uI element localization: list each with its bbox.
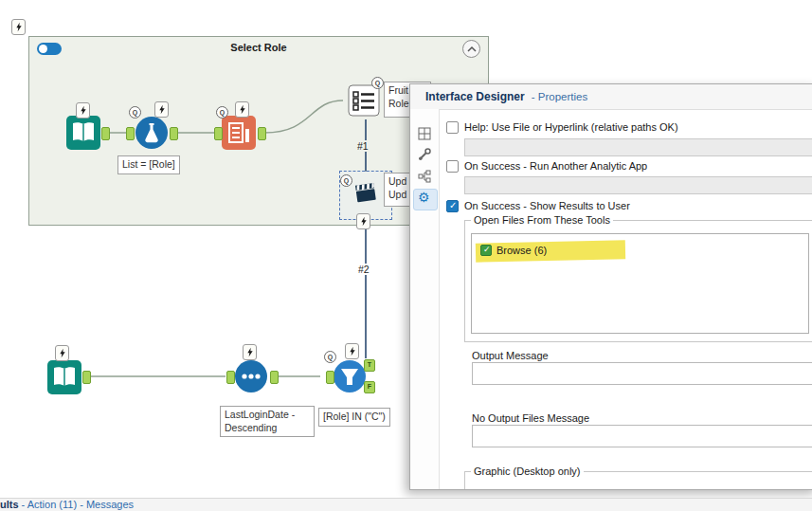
annotation-line: LastLoginDate - [225,409,310,422]
open-files-list[interactable]: Browse (6) [471,233,809,334]
action-messages-tabs[interactable]: - Action (11) - Messages [19,499,134,510]
book-icon [66,116,100,150]
input-anchor[interactable] [126,127,135,140]
open-files-group: Open Files From These Tools Browse (6) [464,214,812,342]
graphic-group: Graphic (Desktop only) [464,465,812,490]
question-anchor-icon[interactable] [243,344,257,360]
no-output-files-label: No Output Files Message [472,412,589,424]
results-tab-bar[interactable]: ults - Action (11) - Messages [0,498,812,511]
interface-designer-panel: Interface Designer - Properties ⚙ Help: … [409,83,812,490]
show-results-checkbox[interactable] [446,200,459,212]
flask-icon [135,116,169,150]
clapperboard-icon [351,178,381,209]
input-anchor[interactable] [326,371,334,384]
graphic-group-title: Graphic (Desktop only) [471,465,584,477]
input-data-tool[interactable] [47,360,81,396]
question-badge-icon: Q [340,174,352,187]
question-anchor-icon[interactable] [345,343,359,359]
browse-item-checkbox[interactable] [480,245,492,256]
true-output-anchor[interactable]: T [364,359,375,372]
container-collapse-button[interactable] [462,40,480,58]
run-analytic-app-checkbox[interactable] [446,160,459,173]
input-anchor[interactable] [214,127,223,140]
funnel-icon [333,359,367,393]
question-badge-icon: Q [371,77,384,89]
report-icon [222,116,256,150]
connection-label-2: #2 [356,264,371,275]
question-badge-icon: Q [324,351,336,363]
question-anchor-icon[interactable] [55,345,69,361]
browse-list-item[interactable]: Browse (6) [478,243,622,259]
panel-titlebar[interactable]: Interface Designer - Properties [410,84,812,110]
false-output-anchor[interactable]: F [364,381,375,393]
question-anchor-icon[interactable] [356,213,370,229]
tool-annotation[interactable]: List = [Role] [117,155,180,174]
output-anchor[interactable] [101,127,110,140]
output-anchor[interactable] [82,371,91,384]
container-title: Select Role [29,42,488,53]
tool-annotation[interactable]: LastLoginDate - Descending [220,406,315,437]
properties-gear-icon[interactable]: ⚙ [418,191,432,205]
question-badge-icon: Q [216,106,228,119]
toggle-knob [39,45,47,53]
chevron-up-icon [467,46,477,53]
question-badge-icon: Q [129,106,141,119]
tool-annotation[interactable]: [Role] IN ("C") [318,408,390,427]
no-output-files-input[interactable] [472,425,812,447]
output-message-label: Output Message [472,350,549,361]
panel-subtitle: - Properties [532,91,587,102]
question-anchor-icon[interactable] [154,101,169,118]
open-files-group-title: Open Files From These Tools [471,214,613,226]
list-box-tool[interactable] [348,84,380,119]
action-tool[interactable] [351,178,381,210]
output-message-input[interactable] [472,362,812,385]
question-anchor-icon[interactable] [235,101,249,118]
show-results-label: On Success - Show Results to User [464,200,630,211]
report-tool[interactable] [222,116,256,152]
help-hyperlink-label: Help: Use File or Hyperlink (relative pa… [464,121,678,133]
book-icon [47,360,81,394]
question-anchor-icon[interactable] [11,19,26,35]
help-hyperlink-checkbox[interactable] [446,121,459,134]
formula-tool[interactable] [135,116,169,152]
test-view-icon[interactable] [418,148,432,162]
run-analytic-app-label: On Success - Run Another Analytic App [464,160,647,172]
browse-item-label: Browse (6) [496,245,547,256]
container-enabled-toggle[interactable] [37,43,62,55]
filter-tool[interactable] [333,359,367,395]
sort-tool[interactable] [234,359,268,395]
help-hyperlink-input[interactable] [464,138,812,156]
run-analytic-app-input[interactable] [464,176,812,194]
results-tab-partial[interactable]: ults [0,499,19,510]
question-anchor-icon[interactable] [76,102,90,119]
output-anchor[interactable] [170,127,178,140]
dots-icon [234,359,268,393]
output-anchor[interactable] [270,371,279,384]
input-anchor[interactable] [226,371,235,384]
annotation-line: Descending [225,422,310,435]
checklist-icon [348,84,380,117]
input-data-tool[interactable] [66,116,100,152]
layout-view-icon[interactable] [418,127,432,141]
output-anchor[interactable] [258,127,266,140]
connection-label-1: #1 [355,140,370,152]
tree-view-icon[interactable] [418,170,432,184]
panel-toolbar-strip: ⚙ [410,109,440,489]
panel-title: Interface Designer [425,90,525,103]
